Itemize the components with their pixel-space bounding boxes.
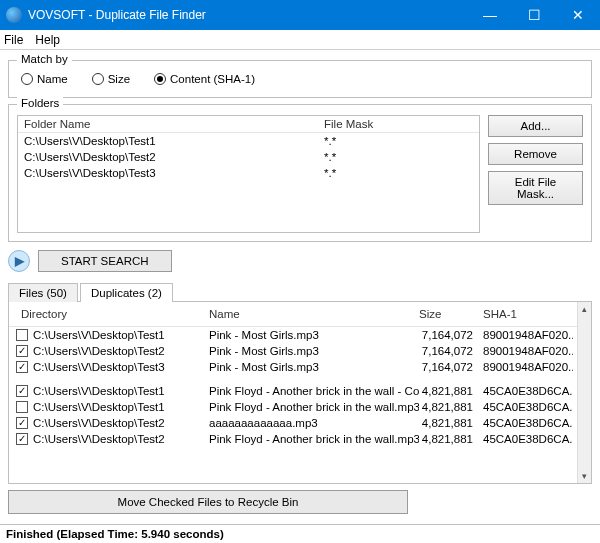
folders-table[interactable]: Folder Name File Mask C:\Users\V\Desktop… [17,115,480,233]
tab-duplicates[interactable]: Duplicates (2) [80,283,173,302]
result-size: 7,164,072 [419,345,483,357]
menu-help[interactable]: Help [35,33,60,47]
folders-group: Folders Folder Name File Mask C:\Users\V… [8,104,592,242]
result-tabs: Files (50) Duplicates (2) [8,282,592,302]
result-size: 4,821,881 [419,417,483,429]
status-bar: Finished (Elapsed Time: 5.940 seconds) [0,524,600,543]
col-file-mask[interactable]: File Mask [324,118,473,130]
result-size: 4,821,881 [419,401,483,413]
group-separator [9,375,591,383]
radio-icon [154,73,166,85]
radio-size[interactable]: Size [92,73,130,85]
result-sha1: 45CA0E38D6CA... [483,401,573,413]
result-directory: C:\Users\V\Desktop\Test1 [33,385,165,397]
folder-path: C:\Users\V\Desktop\Test3 [24,167,324,179]
matchby-group: Match by Name Size Content (SHA-1) [8,60,592,98]
result-directory: C:\Users\V\Desktop\Test2 [33,345,165,357]
folder-row[interactable]: C:\Users\V\Desktop\Test3*.* [18,165,479,181]
result-name: Pink - Most Girls.mp3 [209,361,419,373]
minimize-button[interactable]: — [468,0,512,30]
folder-row[interactable]: C:\Users\V\Desktop\Test1*.* [18,133,479,149]
folders-header: Folder Name File Mask [18,116,479,133]
add-button[interactable]: Add... [488,115,583,137]
checkbox[interactable]: ✓ [16,433,28,445]
radio-name[interactable]: Name [21,73,68,85]
result-sha1: 89001948AF020... [483,345,573,357]
col-directory[interactable]: Directory [13,308,209,320]
radio-content[interactable]: Content (SHA-1) [154,73,255,85]
checkbox[interactable]: ✓ [16,361,28,373]
result-directory: C:\Users\V\Desktop\Test2 [33,433,165,445]
result-size: 4,821,881 [419,433,483,445]
folder-path: C:\Users\V\Desktop\Test2 [24,151,324,163]
edit-file-mask-button[interactable]: Edit File Mask... [488,171,583,205]
result-row[interactable]: ✓C:\Users\V\Desktop\Test2aaaaaaaaaaaaa.m… [9,415,577,431]
col-sha1[interactable]: SHA-1 [483,308,573,320]
result-name: Pink Floyd - Another brick in the wall -… [209,385,419,397]
result-sha1: 89001948AF020... [483,329,573,341]
result-row[interactable]: ✓C:\Users\V\Desktop\Test2Pink Floyd - An… [9,431,577,447]
maximize-button[interactable]: ☐ [512,0,556,30]
radio-name-label: Name [37,73,68,85]
col-size[interactable]: Size [419,308,483,320]
checkbox[interactable]: ✓ [16,417,28,429]
result-sha1: 45CA0E38D6CA... [483,433,573,445]
scroll-down-icon[interactable]: ▾ [578,469,591,483]
folder-row[interactable]: C:\Users\V\Desktop\Test2*.* [18,149,479,165]
result-directory: C:\Users\V\Desktop\Test1 [33,329,165,341]
scroll-up-icon[interactable]: ▴ [578,302,591,316]
result-name: Pink - Most Girls.mp3 [209,345,419,357]
folder-path: C:\Users\V\Desktop\Test1 [24,135,324,147]
result-sha1: 45CA0E38D6CA... [483,385,573,397]
result-row[interactable]: C:\Users\V\Desktop\Test1Pink - Most Girl… [9,327,577,343]
tab-files[interactable]: Files (50) [8,283,78,302]
titlebar: VOVSOFT - Duplicate File Finder — ☐ ✕ [0,0,600,30]
results-panel: Directory Name Size SHA-1 C:\Users\V\Des… [8,302,592,484]
menu-file[interactable]: File [4,33,23,47]
radio-size-label: Size [108,73,130,85]
result-row[interactable]: ✓C:\Users\V\Desktop\Test1Pink Floyd - An… [9,383,577,399]
checkbox[interactable]: ✓ [16,385,28,397]
result-row[interactable]: ✓C:\Users\V\Desktop\Test3Pink - Most Gir… [9,359,577,375]
checkbox[interactable] [16,401,28,413]
result-directory: C:\Users\V\Desktop\Test1 [33,401,165,413]
result-directory: C:\Users\V\Desktop\Test2 [33,417,165,429]
folder-mask: *.* [324,135,473,147]
remove-button[interactable]: Remove [488,143,583,165]
result-row[interactable]: ✓C:\Users\V\Desktop\Test2Pink - Most Gir… [9,343,577,359]
matchby-legend: Match by [17,53,72,65]
vertical-scrollbar[interactable]: ▴ ▾ [577,302,591,483]
folders-legend: Folders [17,97,63,109]
checkbox[interactable]: ✓ [16,345,28,357]
start-search-button[interactable]: START SEARCH [38,250,172,272]
result-size: 7,164,072 [419,329,483,341]
result-row[interactable]: C:\Users\V\Desktop\Test1Pink Floyd - Ano… [9,399,577,415]
result-size: 4,821,881 [419,385,483,397]
results-header: Directory Name Size SHA-1 [9,302,577,327]
result-name: Pink - Most Girls.mp3 [209,329,419,341]
app-icon [6,7,22,23]
status-text: Finished (Elapsed Time: 5.940 seconds) [6,528,224,540]
result-size: 7,164,072 [419,361,483,373]
result-sha1: 89001948AF020... [483,361,573,373]
folder-mask: *.* [324,167,473,179]
search-play-button[interactable]: ▶ [8,250,30,272]
window-title: VOVSOFT - Duplicate File Finder [28,8,206,22]
menubar: File Help [0,30,600,50]
result-name: aaaaaaaaaaaaa.mp3 [209,417,419,429]
radio-content-label: Content (SHA-1) [170,73,255,85]
result-directory: C:\Users\V\Desktop\Test3 [33,361,165,373]
result-name: Pink Floyd - Another brick in the wall.m… [209,401,419,413]
move-to-recycle-button[interactable]: Move Checked Files to Recycle Bin [8,490,408,514]
checkbox[interactable] [16,329,28,341]
col-folder-name[interactable]: Folder Name [24,118,324,130]
play-icon: ▶ [15,254,24,268]
radio-icon [21,73,33,85]
close-button[interactable]: ✕ [556,0,600,30]
folder-mask: *.* [324,151,473,163]
result-sha1: 45CA0E38D6CA... [483,417,573,429]
col-name[interactable]: Name [209,308,419,320]
radio-icon [92,73,104,85]
result-name: Pink Floyd - Another brick in the wall.m… [209,433,419,445]
